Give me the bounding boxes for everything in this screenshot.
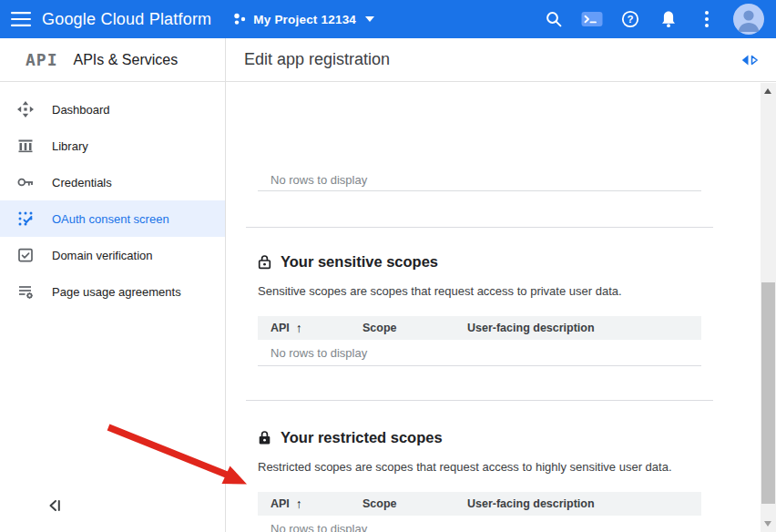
column-header-api[interactable]: API (271, 497, 290, 510)
domain-verification-icon (15, 246, 36, 264)
lock-filled-icon (258, 430, 271, 445)
topbar-actions: ? (535, 4, 776, 35)
sidebar-item-label: Dashboard (52, 103, 110, 117)
column-header-description[interactable]: User-facing description (467, 322, 701, 334)
section-description: Sensitive scopes are scopes that request… (258, 284, 701, 298)
collapse-sidebar-icon[interactable] (47, 498, 62, 517)
sidebar-title: APIs & Services (74, 52, 179, 68)
sidebar-item-page-usage-agreements[interactable]: Page usage agreements (0, 273, 225, 310)
help-icon[interactable]: ? (619, 8, 641, 30)
section-divider (246, 227, 713, 228)
sidebar-item-label: Credentials (52, 176, 112, 189)
scroll-down-arrow-icon[interactable] (764, 521, 771, 527)
product-name[interactable]: Google Cloud Platform (42, 10, 211, 29)
sort-ascending-icon[interactable]: ↑ (296, 496, 302, 511)
column-header-scope[interactable]: Scope (362, 322, 467, 334)
section-divider (246, 400, 713, 401)
sidebar-header: API APIs & Services (0, 38, 225, 82)
section-heading: Your restricted scopes (258, 428, 701, 446)
section-heading-text: Your sensitive scopes (281, 253, 438, 271)
section-heading: Your sensitive scopes (258, 252, 701, 271)
api-product-logo: API (26, 50, 58, 69)
notifications-icon[interactable] (658, 8, 679, 30)
dropdown-caret-icon (365, 16, 374, 22)
section-heading-text: Your restricted scopes (281, 429, 443, 446)
sidebar-item-domain-verification[interactable]: Domain verification (0, 237, 225, 273)
table-empty-row: No rows to display (258, 340, 701, 366)
table-header-row: API ↑ Scope User-facing description (258, 492, 701, 516)
oauth-consent-icon (15, 210, 36, 228)
sidebar-item-label: OAuth consent screen (52, 212, 169, 226)
section-description: Restricted scopes are scopes that reques… (258, 460, 701, 474)
main-content: No rows to display Your sensitive scopes… (226, 83, 761, 532)
cloud-shell-icon[interactable] (581, 8, 603, 30)
page-title: Edit app registration (244, 50, 390, 69)
scrollbar-thumb[interactable] (761, 282, 775, 504)
svg-text:?: ? (627, 14, 633, 25)
key-icon (15, 173, 36, 191)
restricted-scopes-table: API ↑ Scope User-facing description No r… (258, 492, 701, 532)
sidebar-item-label: Domain verification (52, 249, 153, 262)
top-table-border (258, 190, 701, 191)
vertical-scrollbar[interactable] (761, 83, 776, 532)
sidebar-item-label: Library (52, 139, 88, 153)
top-table-empty-row: No rows to display (271, 173, 367, 187)
column-header-scope[interactable]: Scope (362, 497, 467, 510)
project-dots-icon (233, 12, 246, 26)
sensitive-scopes-table: API ↑ Scope User-facing description No r… (258, 316, 701, 366)
sidebar: API APIs & Services Dashboard (0, 38, 226, 532)
sort-ascending-icon[interactable]: ↑ (296, 321, 302, 335)
search-icon[interactable] (543, 8, 565, 30)
sidebar-item-credentials[interactable]: Credentials (0, 164, 225, 200)
sidebar-item-library[interactable]: Library (0, 128, 225, 164)
table-empty-row: No rows to display (258, 516, 701, 532)
column-header-description[interactable]: User-facing description (467, 497, 701, 510)
sidebar-item-label: Page usage agreements (52, 285, 181, 299)
top-app-bar: Google Cloud Platform My Project 12134 (0, 0, 776, 38)
table-header-row: API ↑ Scope User-facing description (258, 316, 701, 340)
project-selector[interactable]: My Project 12134 (233, 12, 374, 26)
column-header-api[interactable]: API (271, 322, 290, 334)
sidebar-item-dashboard[interactable]: Dashboard (0, 91, 225, 128)
menu-icon[interactable] (0, 12, 42, 26)
scroll-up-arrow-icon[interactable] (764, 88, 771, 94)
main-header: Edit app registration (226, 38, 776, 82)
avatar[interactable] (733, 4, 764, 35)
lock-outline-icon (258, 254, 271, 270)
panel-toggle-icon[interactable] (741, 55, 759, 66)
sidebar-nav: Dashboard Library (0, 82, 225, 310)
project-name: My Project 12134 (253, 13, 356, 26)
sidebar-item-oauth-consent-screen[interactable]: OAuth consent screen (0, 200, 225, 237)
section-sensitive-scopes: Your sensitive scopes Sensitive scopes a… (258, 252, 701, 366)
library-icon (15, 137, 36, 155)
dashboard-icon (15, 100, 36, 118)
section-restricted-scopes: Your restricted scopes Restricted scopes… (258, 428, 701, 532)
more-vertical-icon[interactable] (696, 8, 718, 30)
menu-icon-glyph (11, 12, 31, 26)
page-usage-icon (15, 282, 36, 301)
